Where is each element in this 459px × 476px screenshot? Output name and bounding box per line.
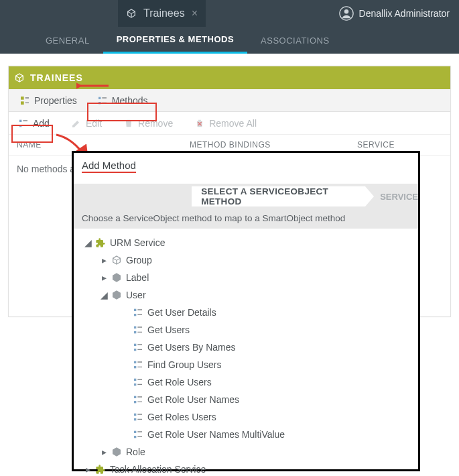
tree-method[interactable]: Get Users By Names [84, 339, 413, 356]
svg-rect-12 [134, 309, 136, 311]
service-tree: ◢ URM Service ▸ Group ▸ Label ◢ User Get… [74, 229, 418, 476]
tree-method[interactable]: Get User Details [84, 304, 413, 321]
svg-rect-20 [134, 379, 136, 381]
svg-rect-24 [134, 414, 136, 416]
cube-icon [111, 255, 122, 265]
panel-title: TRAINEES [30, 72, 83, 83]
puzzle-icon [95, 464, 106, 475]
cube-icon [111, 447, 122, 457]
svg-rect-13 [134, 314, 136, 316]
add-method-dialog: Add Method SELECT A SERVICEOBJECT METHOD… [72, 151, 420, 471]
svg-rect-17 [134, 349, 136, 351]
method-icon [133, 429, 143, 440]
method-icon [133, 394, 143, 405]
trash-icon [123, 118, 134, 129]
method-icon [133, 377, 143, 388]
svg-rect-3 [21, 101, 24, 105]
svg-rect-14 [134, 326, 136, 329]
chevron-right-icon: ▸ [84, 466, 91, 473]
add-button[interactable]: Add [13, 116, 55, 131]
cube-icon [111, 290, 122, 300]
tree-node-task-allocation[interactable]: ▸ Task Allocation Service [84, 461, 413, 476]
subtab-properties-methods[interactable]: PROPERTIES & METHODS [103, 27, 247, 54]
tree-node-label[interactable]: ▸ Label [84, 269, 413, 286]
svg-rect-23 [134, 401, 136, 403]
user-area[interactable]: Denallix Administrator [330, 0, 459, 27]
properties-icon [19, 95, 30, 106]
add-icon [18, 118, 29, 129]
toolbar-actions: Add Edit Remove Remove All [9, 112, 450, 135]
edit-icon [71, 118, 82, 129]
remove-all-button: Remove All [189, 116, 262, 131]
svg-rect-18 [134, 361, 136, 363]
tree-node-urm-service[interactable]: ◢ URM Service [84, 234, 413, 251]
tab-methods[interactable]: Methods [90, 93, 155, 109]
chevron-right-icon: ▸ [101, 449, 107, 455]
tab-properties[interactable]: Properties [13, 93, 84, 109]
tab-label: Trainees [143, 7, 185, 19]
cube-icon [111, 272, 122, 283]
svg-rect-15 [134, 331, 136, 333]
method-icon [133, 342, 143, 353]
col-bindings: METHOD BINDINGS [190, 140, 357, 150]
title-bar: Trainees × Denallix Administrator [0, 0, 459, 27]
tree-method[interactable]: Get Role Users [84, 373, 413, 391]
panel-header: TRAINEES [9, 66, 450, 89]
tree-method[interactable]: Get Role User Names MultiValue [84, 426, 413, 443]
tree-node-role[interactable]: ▸ Role [84, 443, 413, 461]
methods-icon [97, 95, 108, 106]
method-icon [133, 412, 143, 422]
close-icon[interactable]: × [192, 7, 198, 19]
dialog-title: Add Method [74, 153, 418, 177]
svg-rect-27 [134, 436, 136, 438]
svg-rect-22 [134, 396, 136, 398]
chevron-down-icon: ◢ [84, 239, 91, 246]
subtab-general[interactable]: GENERAL [32, 27, 103, 54]
svg-rect-21 [134, 383, 136, 385]
chevron-down-icon: ◢ [101, 292, 107, 298]
edit-button: Edit [66, 116, 107, 131]
col-name: NAME [17, 140, 190, 150]
subtab-bar: GENERAL PROPERTIES & METHODS ASSOCIATION… [0, 27, 459, 54]
chevron-right-icon: ▸ [101, 274, 107, 281]
puzzle-icon [95, 237, 106, 248]
remove-button: Remove [118, 116, 178, 131]
subtab-associations[interactable]: ASSOCIATIONS [247, 27, 343, 54]
trash-x-icon [194, 118, 205, 129]
svg-rect-19 [134, 366, 136, 368]
svg-rect-25 [134, 418, 136, 420]
method-icon [133, 307, 143, 318]
tab-trainees[interactable]: Trainees × [118, 0, 206, 27]
user-name: Denallix Administrator [359, 8, 450, 19]
wizard-header: SELECT A SERVICEOBJECT METHOD SERVICE [74, 184, 418, 209]
tree-method[interactable]: Get Roles Users [84, 408, 413, 426]
svg-rect-16 [134, 344, 136, 346]
chevron-right-icon: ▸ [101, 257, 107, 263]
tree-method[interactable]: Get Users [84, 321, 413, 339]
svg-rect-26 [134, 431, 136, 433]
tree-method[interactable]: Find Group Users [84, 356, 413, 373]
method-icon [133, 324, 143, 335]
wizard-step-active[interactable]: SELECT A SERVICEOBJECT METHOD [192, 186, 365, 206]
tree-node-group[interactable]: ▸ Group [84, 251, 413, 269]
svg-rect-5 [99, 102, 101, 104]
svg-rect-2 [21, 97, 24, 100]
svg-rect-6 [19, 119, 21, 121]
method-icon [133, 359, 143, 370]
avatar-icon [339, 6, 354, 21]
col-service: SERVICE [357, 140, 442, 150]
cube-icon [14, 72, 25, 83]
dialog-instruction: Choose a ServiceObject method to map to … [74, 209, 418, 229]
tree-node-user[interactable]: ◢ User [84, 286, 413, 304]
svg-rect-7 [19, 125, 21, 127]
tree-method[interactable]: Get Role User Names [84, 391, 413, 408]
svg-point-1 [344, 9, 348, 13]
empty-text: No methods a [17, 164, 75, 174]
toolbar-tabs: Properties Methods [9, 89, 450, 112]
cube-icon [126, 8, 137, 19]
svg-rect-4 [99, 97, 101, 99]
